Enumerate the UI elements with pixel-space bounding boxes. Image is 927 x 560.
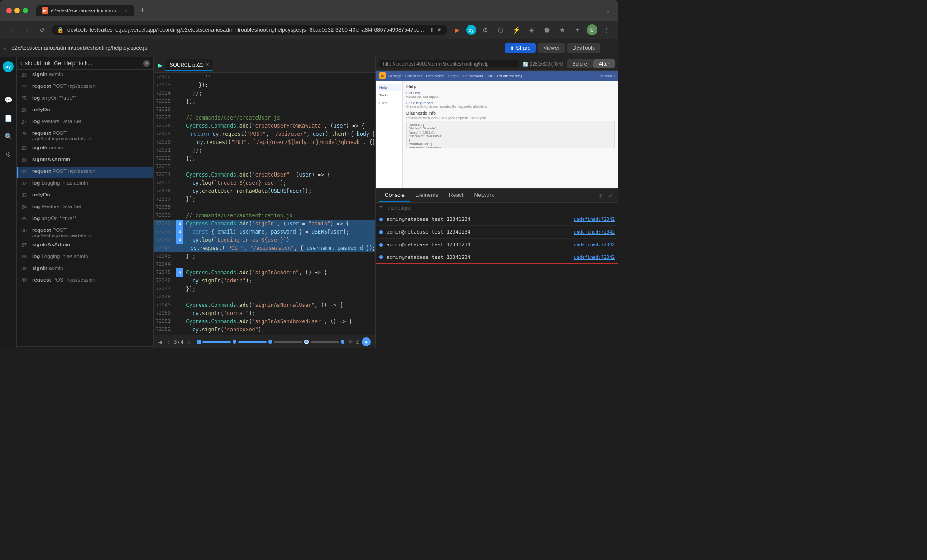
- scrubber-track[interactable]: [195, 340, 346, 344]
- devtools-expand-button[interactable]: ⤢: [607, 191, 615, 201]
- cypress-ext-icon[interactable]: cy: [466, 25, 476, 35]
- test-item[interactable]: 36 request POST/api/testing/restore/defa…: [17, 225, 153, 240]
- sidebar-tasks[interactable]: Tasks: [377, 92, 401, 99]
- extensions-button[interactable]: ▶: [451, 24, 464, 36]
- tab-network[interactable]: Network: [468, 189, 499, 202]
- code-line: 72039 // commands/user/authentication.js: [154, 211, 375, 220]
- tab-close-button[interactable]: ×: [123, 7, 129, 14]
- collapse-button[interactable]: ‹: [20, 60, 22, 67]
- console-link[interactable]: undefined:72042: [574, 242, 615, 247]
- after-button[interactable]: After: [593, 59, 615, 68]
- copy-icon[interactable]: ⊞: [355, 339, 360, 345]
- devtools-dock-button[interactable]: ⊞: [597, 191, 605, 201]
- nav-people[interactable]: People: [448, 74, 459, 78]
- address-bar[interactable]: 🔒 devtools-testsuites-legacy.vercel.app/…: [52, 25, 447, 35]
- test-item[interactable]: 25 log onlyOn **true**: [17, 93, 153, 105]
- ext-icon-5[interactable]: ⬟: [540, 24, 553, 36]
- test-item[interactable]: 38 log Logging in as admin: [17, 252, 153, 263]
- nav-data-model[interactable]: Data Model: [426, 74, 444, 78]
- source-tab-label: SOURCE pp20: [170, 62, 204, 67]
- step-details[interactable]: ▶ Step Details: [17, 346, 153, 348]
- nav-databases[interactable]: Databases: [405, 74, 422, 78]
- nav-sub[interactable]: Sub: [487, 74, 493, 78]
- cypress-nav-tests[interactable]: ≡: [0, 74, 16, 90]
- devtools-button[interactable]: DevTools: [567, 43, 600, 53]
- window-menu-button[interactable]: ⌄: [604, 7, 612, 14]
- sidebar-logs[interactable]: Logs: [377, 100, 401, 106]
- code-line: 72032 });: [154, 154, 375, 163]
- profile-avatar[interactable]: U: [587, 24, 597, 35]
- maximize-button[interactable]: [23, 8, 28, 13]
- reload-button[interactable]: ↺: [36, 24, 48, 36]
- test-item[interactable]: 29 signIn admin: [17, 143, 153, 155]
- test-item[interactable]: 30 signInAsAdmin: [17, 155, 153, 167]
- code-play-icon: ▶: [158, 62, 162, 69]
- cypress-nav-search[interactable]: 🔍: [0, 128, 16, 144]
- code-line: 72035 cy.log(`Create ${user} user`);: [154, 179, 375, 187]
- test-item[interactable]: 32 log Logging in as admin ⋮: [17, 178, 153, 190]
- cypress-nav-files[interactable]: 📄: [0, 110, 16, 126]
- test-item[interactable]: 40 request POST /api/session: [17, 275, 153, 287]
- before-button[interactable]: Before: [567, 59, 592, 68]
- tab-react[interactable]: React: [444, 189, 468, 202]
- ext-icon-2[interactable]: ⬡: [494, 24, 507, 36]
- test-item[interactable]: 33 onlyOn: [17, 190, 153, 202]
- step-forward-button[interactable]: ▷: [185, 338, 192, 345]
- minimize-button[interactable]: [14, 8, 20, 13]
- target-icon[interactable]: ●: [362, 337, 371, 346]
- code-line: 72022 '': [154, 73, 375, 81]
- ext-icon-6[interactable]: ★: [556, 24, 569, 36]
- console-link[interactable]: undefined:72042: [574, 217, 615, 222]
- more-options-button[interactable]: ⋯: [602, 42, 615, 54]
- app-back-button[interactable]: ‹: [4, 44, 6, 52]
- new-tab-button[interactable]: +: [136, 5, 148, 16]
- test-item[interactable]: 28 request POST/api/testing/restore/defa…: [17, 129, 153, 143]
- source-tab[interactable]: SOURCE pp20 ×: [165, 59, 213, 71]
- nav-settings[interactable]: Settings: [388, 74, 401, 78]
- share-icon[interactable]: ⬆: [430, 27, 434, 33]
- scrubber-fill: [202, 341, 231, 343]
- file-bug-link[interactable]: File a bug report: [406, 101, 615, 105]
- edit-icon[interactable]: ✏: [349, 339, 354, 345]
- tab-console[interactable]: Console: [379, 189, 410, 202]
- address-url: devtools-testsuites-legacy.vercel.app/re…: [67, 27, 426, 33]
- console-link[interactable]: undefined:72042: [574, 230, 615, 235]
- nav-troubleshooting[interactable]: Troubleshooting: [497, 74, 522, 78]
- cypress-nav-settings[interactable]: ⚙: [0, 146, 16, 163]
- share-button[interactable]: ⬆ Share: [505, 43, 536, 53]
- console-link[interactable]: undefined:72042: [574, 255, 615, 260]
- browser-menu-button[interactable]: ⋮: [600, 24, 613, 36]
- ext-icon-4[interactable]: ◈: [525, 24, 538, 36]
- viewer-button[interactable]: Viewer: [538, 43, 565, 53]
- forward-button[interactable]: ›: [21, 24, 33, 36]
- get-help-link[interactable]: Get Help: [406, 91, 615, 95]
- test-item-active[interactable]: 31 request POST /api/session ⋮: [17, 167, 153, 178]
- sidebar-help[interactable]: Help: [377, 84, 401, 91]
- test-close-button[interactable]: ×: [143, 60, 150, 67]
- source-tab-close[interactable]: ×: [206, 62, 209, 67]
- bookmark-icon[interactable]: ★: [437, 27, 442, 33]
- test-item[interactable]: 23 signIn admin: [17, 70, 153, 81]
- prev-step-btn[interactable]: ◀: [158, 340, 162, 345]
- close-button[interactable]: [6, 8, 12, 13]
- test-item[interactable]: 39 signIn admin: [17, 263, 153, 275]
- nav-permissions[interactable]: Permissions: [463, 74, 483, 78]
- test-item[interactable]: 27 log Restore Data Set: [17, 117, 153, 129]
- cypress-nav-comments[interactable]: 💬: [0, 92, 16, 108]
- test-item[interactable]: 35 log onlyOn **true**: [17, 214, 153, 225]
- exit-admin-btn[interactable]: Exit admin: [598, 74, 615, 78]
- step-back-button[interactable]: ◁: [165, 338, 172, 345]
- filter-input[interactable]: [385, 205, 615, 211]
- tab-elements[interactable]: Elements: [410, 189, 444, 202]
- scrubber-dot: [233, 340, 236, 344]
- ext-icon-3[interactable]: ⚡: [510, 24, 522, 36]
- test-item[interactable]: 37 signInAsAdmin: [17, 240, 153, 252]
- test-item[interactable]: 24 request POST /api/session: [17, 81, 153, 93]
- back-button[interactable]: ‹: [5, 24, 17, 36]
- active-tab[interactable]: ▶ e2e/test/scenarios/admin/trou... ×: [36, 5, 134, 16]
- code-editor[interactable]: 72022 '' 72023 }); 72024 }); 72025 });: [154, 73, 375, 335]
- ext-icon-1[interactable]: ⚙: [479, 24, 492, 36]
- test-item[interactable]: 26 onlyOn: [17, 105, 153, 117]
- test-item[interactable]: 34 log Restore Data Set: [17, 202, 153, 214]
- ext-icon-7[interactable]: ✦: [571, 24, 584, 36]
